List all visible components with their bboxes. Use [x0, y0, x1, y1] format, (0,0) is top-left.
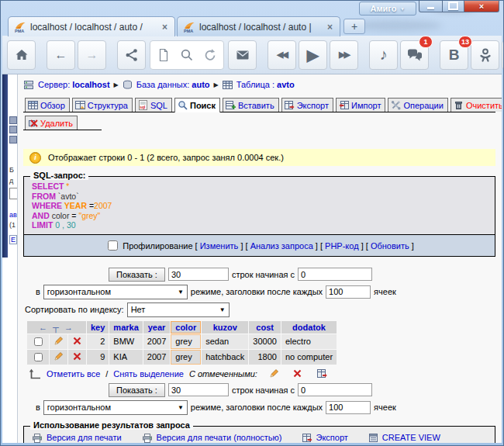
window-controls: ×: [419, 0, 499, 12]
mail-button[interactable]: [228, 40, 257, 70]
maximize-icon: [448, 2, 458, 10]
rewind-button[interactable]: ◀◀: [268, 40, 296, 70]
row-checkbox-cell: [27, 334, 49, 349]
start-row-input[interactable]: [298, 268, 372, 281]
start-row-input-bottom[interactable]: [298, 383, 372, 396]
sql-action-link[interactable]: Анализ запроса: [250, 241, 313, 251]
mode-select-bottom[interactable]: горизонтальном▼: [43, 400, 188, 415]
table-row: 2BMW2007greysedan30000electro: [27, 334, 337, 349]
new-tab-button[interactable]: +: [343, 19, 365, 34]
home-button[interactable]: [7, 40, 36, 70]
browser-tab-inactive[interactable]: PMA localhost / localhost / auto | ×: [177, 16, 340, 36]
back-button[interactable]: ←: [47, 40, 75, 70]
odnoklassniki-button[interactable]: [471, 40, 499, 70]
zoom-button[interactable]: [175, 41, 198, 69]
share-button[interactable]: [117, 40, 146, 70]
query-result-link[interactable]: Версия для печати: [47, 433, 122, 442]
export-selected-icon[interactable]: [317, 368, 327, 379]
column-header-kuzov[interactable]: kuzov: [202, 321, 248, 334]
mode-select[interactable]: горизонтальном▼: [43, 285, 188, 299]
x-icon[interactable]: [72, 351, 82, 361]
sort-select[interactable]: Нет▼: [127, 303, 230, 317]
column-header-cost[interactable]: cost: [249, 321, 281, 334]
check-all-link[interactable]: Отметить все: [47, 369, 100, 379]
music-button[interactable]: ♪: [369, 40, 398, 70]
breadcrumb-server-link[interactable]: Сервер: localhost: [38, 80, 110, 89]
rows-count-input[interactable]: [168, 268, 229, 281]
nav-filter-input[interactable]: [9, 188, 18, 199]
pma-tab-удалить[interactable]: Удалить: [25, 116, 78, 130]
pma-favicon: PMA: [183, 21, 195, 33]
forward-button[interactable]: →: [78, 40, 106, 70]
pma-tab-операции[interactable]: Операции: [388, 98, 447, 112]
pma-tab-sql[interactable]: sqlSQL: [135, 98, 172, 112]
repeat-suffix: ячеек: [374, 287, 396, 296]
back-icon: ←: [55, 48, 67, 62]
profiling-checkbox[interactable]: [108, 240, 118, 251]
sql-action-link[interactable]: Изменить: [200, 241, 239, 251]
sql-action-link[interactable]: Обновить: [371, 241, 409, 251]
cell-color: grey: [171, 350, 201, 365]
breadcrumb-arrow-icon: ▶: [114, 81, 119, 88]
column-header-marka[interactable]: marka: [109, 321, 142, 334]
insert-icon: [226, 100, 236, 110]
tab-close-icon[interactable]: ×: [326, 22, 334, 33]
column-header-year[interactable]: year: [143, 321, 170, 334]
maximize-button[interactable]: [443, 0, 464, 12]
empty-icon: [454, 100, 464, 110]
rows-label: строк начиная с: [232, 270, 295, 279]
address-tools-group: [150, 40, 224, 70]
edit-selected-icon[interactable]: [269, 368, 279, 379]
pma-tab-импорт[interactable]: Импорт: [336, 98, 385, 112]
close-icon: ×: [479, 2, 484, 11]
reload-button[interactable]: [198, 41, 222, 69]
export-icon: [302, 433, 312, 443]
fast-forward-button[interactable]: ▶▶: [330, 40, 358, 70]
play-button[interactable]: ▶: [299, 40, 327, 70]
pma-tab-обзор[interactable]: Обзор: [25, 98, 70, 112]
amigo-menu-button[interactable]: Амиго ▼: [359, 2, 416, 16]
column-header-key[interactable]: key: [87, 321, 109, 334]
query-results-legend: Использование результатов запроса: [30, 420, 193, 430]
chevron-down-icon: ▼: [219, 306, 226, 313]
repeat-headers-input[interactable]: [326, 285, 371, 299]
vk-button[interactable]: B 13: [440, 40, 468, 70]
rows-count-input-bottom[interactable]: [168, 383, 229, 396]
row-checkbox[interactable]: [34, 353, 43, 361]
minimize-button[interactable]: [419, 0, 443, 12]
minimize-icon: [427, 7, 434, 9]
repeat-headers-input-bottom[interactable]: [326, 401, 371, 414]
x-icon[interactable]: [72, 336, 82, 346]
column-header-dodatok[interactable]: dodatok: [281, 321, 337, 334]
tab-close-icon[interactable]: ×: [161, 22, 169, 33]
browser-tab-active[interactable]: PMA localhost / localhost / auto / ×: [8, 16, 175, 36]
pencil-icon[interactable]: [54, 336, 64, 346]
show-button[interactable]: Показать :: [109, 268, 165, 282]
show-button-bottom[interactable]: Показать :: [109, 383, 165, 397]
pma-tab-вставить[interactable]: Вставить: [223, 98, 279, 112]
pma-tab-очистить[interactable]: Очистить: [450, 98, 502, 112]
breadcrumb-table-link[interactable]: Таблица : avto: [236, 80, 295, 89]
pma-tab-экспорт[interactable]: Экспорт: [281, 98, 333, 112]
close-button[interactable]: ×: [464, 0, 499, 12]
query-result-link[interactable]: Версия для печати (полностью): [157, 433, 282, 442]
sql-action-link[interactable]: PHP-код: [325, 241, 359, 251]
pma-tab-поиск[interactable]: Поиск: [174, 98, 220, 112]
column-header-color[interactable]: color: [171, 321, 201, 334]
breadcrumb-database-link[interactable]: База данных: auto: [136, 80, 210, 89]
cell-dodatok: electro: [281, 334, 337, 349]
reload-icon: [202, 47, 218, 63]
new-page-button[interactable]: [152, 41, 175, 69]
vk-icon: B: [449, 47, 460, 64]
query-result-link[interactable]: Экспорт: [316, 433, 348, 442]
cell-dodatok: no computer: [281, 350, 337, 365]
pencil-icon[interactable]: [54, 351, 64, 361]
row-checkbox[interactable]: [34, 337, 43, 346]
uncheck-all-link[interactable]: Снять выделение: [113, 369, 184, 379]
column-order-controls[interactable]: ← ┬ →: [27, 321, 86, 334]
pma-tab-структура[interactable]: Структура: [72, 98, 133, 112]
delete-selected-icon[interactable]: [292, 368, 302, 379]
chat-button[interactable]: 1: [400, 40, 429, 70]
query-results-box: Использование результатов запроса Версия…: [23, 426, 495, 444]
query-result-link[interactable]: CREATE VIEW: [382, 433, 440, 442]
